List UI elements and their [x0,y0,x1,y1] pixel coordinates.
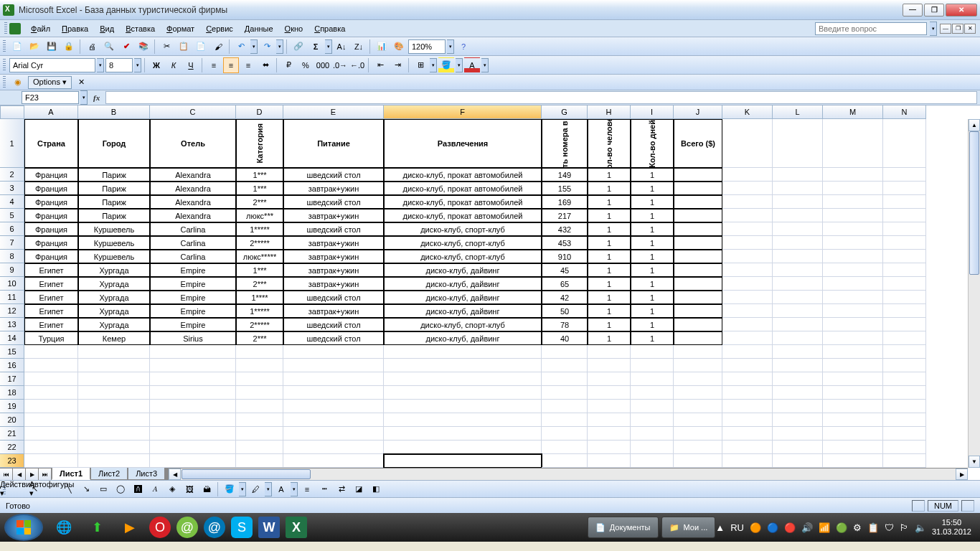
scroll-thumb[interactable] [969,131,979,275]
cell-H14[interactable]: 1 [588,331,631,345]
cell-F21[interactable] [384,427,542,441]
cell-N18[interactable] [883,386,926,400]
sort-asc-icon[interactable]: A↓ [334,39,349,55]
cell-H7[interactable]: 1 [588,236,631,250]
name-box-dropdown[interactable]: ▾ [80,90,88,105]
cell-D9[interactable]: 1*** [236,263,283,277]
drawing-actions-menu[interactable]: Действия ▾ [9,481,25,497]
underline-button[interactable]: Ч [183,57,199,73]
cell-A6[interactable]: Франция [24,222,78,236]
cell-G8[interactable]: 910 [542,250,588,263]
cell-A2[interactable]: Франция [24,168,78,182]
cell-D6[interactable]: 1***** [236,222,283,236]
cell-H21[interactable] [588,427,631,441]
tray-icon[interactable]: 🛡 [885,522,894,533]
cell-M17[interactable] [823,372,883,386]
cell-L10[interactable] [773,277,823,291]
italic-button[interactable]: К [166,57,182,73]
cell-G4[interactable]: 169 [542,195,588,209]
minimize-button[interactable]: — [903,4,923,17]
cell-F3[interactable]: диско-клуб, прокат автомобилей [384,182,542,195]
cell-E6[interactable]: шведский стол [283,222,384,236]
select-all-corner[interactable] [0,105,24,119]
cell-L22[interactable] [773,441,823,454]
language-indicator[interactable]: RU [730,522,744,533]
row-header-8[interactable]: 8 [0,250,24,263]
cell-D8[interactable]: люкс***** [236,250,283,263]
cell-C8[interactable]: Carlina [150,250,236,263]
cell-A20[interactable] [24,413,78,427]
cell-F19[interactable] [384,400,542,413]
cell-G13[interactable]: 78 [542,318,588,331]
cell-A12[interactable]: Египет [24,304,78,318]
line-color-dropdown[interactable]: ▾ [265,482,272,496]
cell-E8[interactable]: завтрак+ужин [283,250,384,263]
cell-D18[interactable] [236,386,283,400]
cell-K7[interactable] [722,236,773,250]
tray-icon[interactable]: 📋 [867,522,879,533]
font-color-draw-icon[interactable]: A [273,481,289,497]
taskbar-excel-icon[interactable]: X [286,517,307,538]
cell-E9[interactable]: завтрак+ужин [283,263,384,277]
cell-C17[interactable] [150,372,236,386]
column-header-J[interactable]: J [674,105,722,119]
cell-D10[interactable]: 2*** [236,277,283,291]
cell-N21[interactable] [883,427,926,441]
cell-H6[interactable]: 1 [588,222,631,236]
cell-H8[interactable]: 1 [588,250,631,263]
cell-E12[interactable]: завтрак+ужин [283,304,384,318]
cell-N16[interactable] [883,359,926,372]
sort-desc-icon[interactable]: Z↓ [351,39,367,55]
line-style-icon[interactable]: ≡ [299,481,315,497]
cell-K14[interactable] [722,331,773,345]
cell-C2[interactable]: Alexandra [150,168,236,182]
cell-C22[interactable] [150,441,236,454]
borders-icon[interactable]: ⊞ [413,57,428,73]
cell-J22[interactable] [674,441,722,454]
borders-dropdown[interactable]: ▾ [430,58,437,72]
oval-tool-icon[interactable]: ◯ [113,481,128,497]
cell-L21[interactable] [773,427,823,441]
row-header-11[interactable]: 11 [0,291,24,304]
cell-C6[interactable]: Carlina [150,222,236,236]
cell-I14[interactable]: 1 [631,331,674,345]
cell-B23[interactable] [78,454,150,468]
cell-C4[interactable]: Alexandra [150,195,236,209]
menu-сервис[interactable]: Сервис [200,22,239,35]
cell-F10[interactable]: диско-клуб, дайвинг [384,277,542,291]
cell-E19[interactable] [283,400,384,413]
cell-A18[interactable] [24,386,78,400]
cell-K6[interactable] [722,222,773,236]
cell-K22[interactable] [722,441,773,454]
cell-L18[interactable] [773,386,823,400]
cell-M18[interactable] [823,386,883,400]
dash-style-icon[interactable]: ┅ [316,481,332,497]
help-icon[interactable]: ? [456,39,471,55]
cell-C12[interactable]: Empire [150,304,236,318]
cell-N20[interactable] [883,413,926,427]
cell-B6[interactable]: Куршевель [78,222,150,236]
cell-D22[interactable] [236,441,283,454]
cell-N11[interactable] [883,291,926,304]
cell-M22[interactable] [823,441,883,454]
cell-C20[interactable] [150,413,236,427]
tray-volume-icon[interactable]: 🔊 [801,522,813,533]
comma-style-icon[interactable]: 000 [315,57,331,73]
cell-J13[interactable] [674,318,722,331]
sheet-tab-Лист2[interactable]: Лист2 [90,468,128,480]
menu-окно[interactable]: Окно [279,22,309,35]
cell-K11[interactable] [722,291,773,304]
cell-N13[interactable] [883,318,926,331]
cell-D15[interactable] [236,345,283,359]
cell-M3[interactable] [823,182,883,195]
tray-clock[interactable]: 15:50 31.03.2012 [932,518,971,537]
cell-K19[interactable] [722,400,773,413]
cell-I2[interactable]: 1 [631,168,674,182]
merge-center-icon[interactable]: ⬌ [258,57,273,73]
cell-F5[interactable]: диско-клуб, прокат автомобилей [384,209,542,222]
spellcheck-icon[interactable]: ✔ [118,39,134,55]
cell-H16[interactable] [588,359,631,372]
cell-J17[interactable] [674,372,722,386]
row-header-16[interactable]: 16 [0,359,24,372]
cell-A4[interactable]: Франция [24,195,78,209]
